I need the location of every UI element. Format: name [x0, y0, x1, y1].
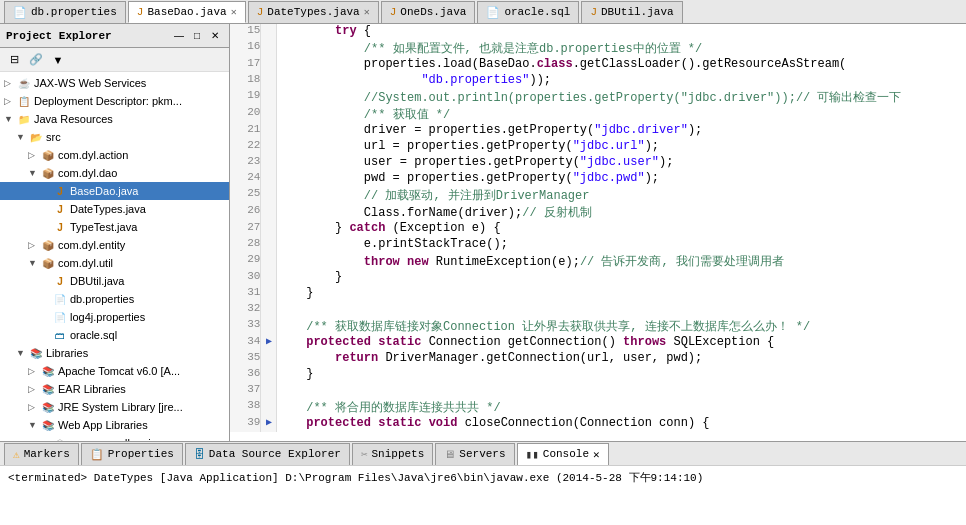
code-text-25: // 加载驱动, 并注册到DriverManager	[277, 187, 966, 204]
code-text-29: throw new RuntimeException(e);// 告诉开发商, …	[277, 253, 966, 270]
code-line-25: 25 // 加载驱动, 并注册到DriverManager	[230, 187, 966, 204]
oracle-sql-icon-tree: 🗃	[52, 327, 68, 343]
code-line-22: 22 url = properties.getProperty("jdbc.ur…	[230, 139, 966, 155]
line-arrow-26	[261, 204, 277, 221]
tab-snippets[interactable]: ✂ Snippets	[352, 443, 433, 465]
line-arrow-34: ▶	[261, 335, 277, 351]
tree-item-ear-libraries[interactable]: ▷ 📚 EAR Libraries	[0, 380, 229, 398]
com-dyl-entity-label: com.dyl.entity	[58, 239, 125, 251]
tree-arrow-jre: ▷	[28, 402, 40, 412]
tree-item-com-dyl-action[interactable]: ▷ 📦 com.dyl.action	[0, 146, 229, 164]
tab-date-types[interactable]: J DateTypes.java ✕	[248, 1, 379, 23]
code-text-15: try {	[277, 24, 966, 40]
line-arrow-29	[261, 253, 277, 270]
code-line-23: 23 user = properties.getProperty("jdbc.u…	[230, 155, 966, 171]
line-arrow-37	[261, 383, 277, 399]
view-menu-button[interactable]: ▼	[48, 50, 68, 70]
console-output[interactable]: <terminated> DateTypes [Java Application…	[0, 465, 966, 525]
tree-item-log4j[interactable]: 📄 log4j.properties	[0, 308, 229, 326]
tree-item-db-props[interactable]: 📄 db.properties	[0, 290, 229, 308]
tab-servers[interactable]: 🖥 Servers	[435, 443, 514, 465]
tab-servers-label: Servers	[459, 448, 505, 460]
collapse-all-button[interactable]: ⊟	[4, 50, 24, 70]
tree-item-basedao[interactable]: J BaseDao.java	[0, 182, 229, 200]
line-arrow-24	[261, 171, 277, 187]
line-arrow-30	[261, 270, 277, 286]
tab-dbutil-label: DBUtil.java	[601, 6, 674, 18]
line-arrow-31	[261, 286, 277, 302]
editor-tab-bar: 📄 db.properties J BaseDao.java ✕ J DateT…	[0, 0, 966, 24]
tree-item-apache-tomcat[interactable]: ▷ 📚 Apache Tomcat v6.0 [A...	[0, 362, 229, 380]
tree-item-src[interactable]: ▼ 📂 src	[0, 128, 229, 146]
dbutil-icon: J	[590, 6, 597, 18]
basedao-java-icon: J	[52, 183, 68, 199]
tree-item-jax-ws[interactable]: ▷ ☕ JAX-WS Web Services	[0, 74, 229, 92]
tree-item-jre-system[interactable]: ▷ 📚 JRE System Library [jre...	[0, 398, 229, 416]
tab-console[interactable]: ▮▮ Console ✕	[517, 443, 609, 465]
tab-one-ds[interactable]: J OneDs.java	[381, 1, 476, 23]
tree-item-web-app-libs[interactable]: ▼ 📚 Web App Libraries	[0, 416, 229, 434]
tab-properties[interactable]: 📋 Properties	[81, 443, 183, 465]
code-editor[interactable]: 15 try { 16 /** 如果配置文件, 也就是注意db.properti…	[230, 24, 966, 441]
line-num-15: 15	[230, 24, 261, 40]
oracle-sql-tree-label: oracle.sql	[70, 329, 117, 341]
line-num-38: 38	[230, 399, 261, 416]
line-arrow-15	[261, 24, 277, 40]
code-line-33: 33 /** 获取数据库链接对象Connection 让外界去获取供共享, 连接…	[230, 318, 966, 335]
tree-item-libraries[interactable]: ▼ 📚 Libraries	[0, 344, 229, 362]
link-editor-button[interactable]: 🔗	[26, 50, 46, 70]
line-arrow-25	[261, 187, 277, 204]
project-explorer-title: Project Explorer	[6, 30, 112, 42]
tab-markers[interactable]: ⚠ Markers	[4, 443, 79, 465]
code-line-27: 27 } catch (Exception e) {	[230, 221, 966, 237]
code-line-34: 34 ▶ protected static Connection getConn…	[230, 335, 966, 351]
tree-item-com-dyl-dao[interactable]: ▼ 📦 com.dyl.dao	[0, 164, 229, 182]
tree-item-com-dyl-util[interactable]: ▼ 📦 com.dyl.util	[0, 254, 229, 272]
servers-icon: 🖥	[444, 448, 455, 461]
code-line-18: 18 "db.properties"));	[230, 73, 966, 89]
tab-db-properties[interactable]: 📄 db.properties	[4, 1, 126, 23]
tree-item-com-dyl-entity[interactable]: ▷ 📦 com.dyl.entity	[0, 236, 229, 254]
line-num-28: 28	[230, 237, 261, 253]
line-arrow-21	[261, 123, 277, 139]
minimize-button[interactable]: —	[171, 28, 187, 44]
tree-item-typetest[interactable]: J TypeTest.java	[0, 218, 229, 236]
tree-item-oracle-sql-tree[interactable]: 🗃 oracle.sql	[0, 326, 229, 344]
tab-base-dao[interactable]: J BaseDao.java ✕	[128, 1, 246, 23]
maximize-button[interactable]: □	[189, 28, 205, 44]
tree-arrow-jax-ws: ▷	[4, 78, 16, 88]
db-properties-icon: 📄	[13, 6, 27, 19]
tree-arrow-com-dyl-action: ▷	[28, 150, 40, 160]
tab-db-properties-label: db.properties	[31, 6, 117, 18]
code-text-21: driver = properties.getProperty("jdbc.dr…	[277, 123, 966, 139]
line-num-39: 39	[230, 416, 261, 432]
tree-arrow-ear: ▷	[28, 384, 40, 394]
tree-item-deployment[interactable]: ▷ 📋 Deployment Descriptor: pkm...	[0, 92, 229, 110]
close-panel-button[interactable]: ✕	[207, 28, 223, 44]
tree-arrow-web-app: ▼	[28, 420, 40, 430]
tab-base-dao-close[interactable]: ✕	[231, 6, 237, 18]
code-text-32	[277, 302, 966, 318]
line-num-30: 30	[230, 270, 261, 286]
tree-item-java-resources[interactable]: ▼ 📁 Java Resources	[0, 110, 229, 128]
tab-dbutil[interactable]: J DBUtil.java	[581, 1, 682, 23]
code-text-20: /** 获取值 */	[277, 106, 966, 123]
code-line-37: 37	[230, 383, 966, 399]
ear-libraries-label: EAR Libraries	[58, 383, 126, 395]
datetypes-java-icon: J	[52, 201, 68, 217]
tab-oracle-sql[interactable]: 📄 oracle.sql	[477, 1, 579, 23]
line-num-25: 25	[230, 187, 261, 204]
tree-item-datetypes[interactable]: J DateTypes.java	[0, 200, 229, 218]
tab-data-source-explorer[interactable]: 🗄 Data Source Explorer	[185, 443, 350, 465]
code-line-32: 32	[230, 302, 966, 318]
tab-date-types-close[interactable]: ✕	[364, 6, 370, 18]
snippets-icon: ✂	[361, 448, 368, 461]
project-tree[interactable]: ▷ ☕ JAX-WS Web Services ▷ 📋 Deployment D…	[0, 72, 229, 441]
line-num-27: 27	[230, 221, 261, 237]
tree-item-commons-dbcp[interactable]: ⬡ commons-dbcp.jar	[0, 434, 229, 441]
tree-item-dbutil[interactable]: J DBUtil.java	[0, 272, 229, 290]
line-arrow-32	[261, 302, 277, 318]
tree-arrow-java-resources: ▼	[4, 114, 16, 124]
apache-tomcat-label: Apache Tomcat v6.0 [A...	[58, 365, 180, 377]
tab-console-close[interactable]: ✕	[593, 448, 600, 461]
